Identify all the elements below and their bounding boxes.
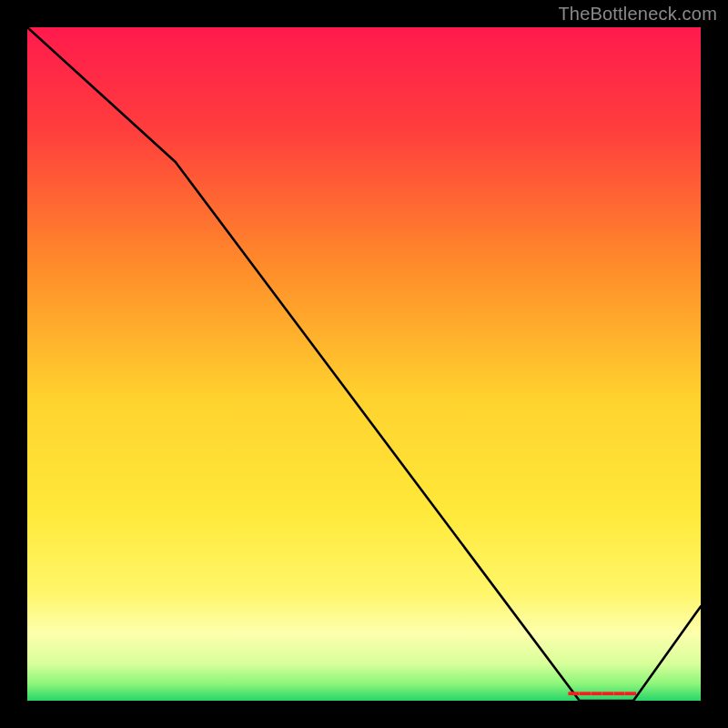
watermark-text: TheBottleneck.com [558,4,717,25]
gradient-background [27,27,701,701]
x-axis-marker: ▬▬▬▬▬▬ [568,685,636,698]
plot-area: ▬▬▬▬▬▬ [27,27,701,701]
chart-frame: TheBottleneck.com ▬▬▬▬▬▬ [0,0,728,728]
chart-svg [27,27,701,701]
